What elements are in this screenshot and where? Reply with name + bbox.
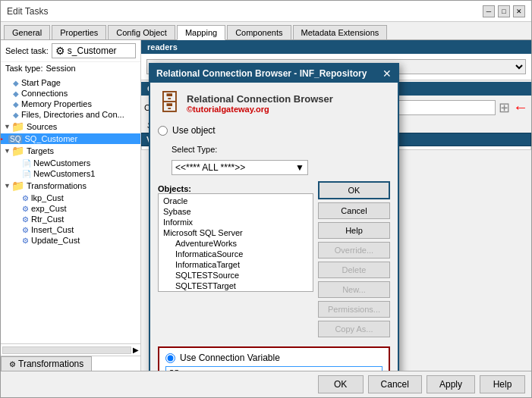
connections-icon: ◆ xyxy=(13,89,19,98)
start-page-icon: ◆ xyxy=(13,79,19,87)
use-object-row: Use object xyxy=(158,125,390,136)
tree-item-sources[interactable]: ▼ 📁 Sources xyxy=(1,120,140,133)
cancel-main-button[interactable]: Cancel xyxy=(368,375,422,393)
select-type-dropdown[interactable]: <<**** ALL ****>> ▼ xyxy=(172,160,308,175)
delete-button[interactable]: Delete xyxy=(318,262,390,278)
help-button[interactable]: Help xyxy=(318,222,390,239)
obj-informaticatarget[interactable]: InformaticaTarget xyxy=(162,259,310,270)
tree: ◆ Start Page ◆ Connections ◆ Memory Prop… xyxy=(1,76,140,343)
dialog-title-bar: Relational Connection Browser - INF_Repo… xyxy=(150,64,398,83)
permissions-button[interactable]: Permissions... xyxy=(318,301,390,318)
tree-item-exp-cust[interactable]: ⚙ exp_Cust xyxy=(1,203,140,214)
dialog-header-row: 🗄 Relational Connection Browser ©tutoria… xyxy=(158,90,390,116)
new-button[interactable]: New... xyxy=(318,281,390,298)
main-content: Select task: ⚙ s_Customer Task type: Ses… xyxy=(1,40,531,371)
files-icon: ◆ xyxy=(13,111,19,119)
transformations-tab[interactable]: ⚙ Transformations xyxy=(1,356,92,371)
tree-item-memory-properties[interactable]: ◆ Memory Properties xyxy=(1,99,140,109)
tree-item-lkp-cust[interactable]: ⚙ lkp_Cust xyxy=(1,193,140,203)
objects-label: Objects: xyxy=(158,184,313,193)
select-type-value: <<**** ALL ****>> xyxy=(175,162,245,173)
tab-general[interactable]: General xyxy=(4,25,50,39)
select-type-dropdown-row: <<**** ALL ****>> ▼ xyxy=(158,160,390,175)
close-button[interactable]: ✕ xyxy=(513,5,525,17)
obj-oracle[interactable]: Oracle xyxy=(162,196,310,206)
apply-main-button[interactable]: Apply xyxy=(427,375,475,393)
sources-expand-icon: ▼ xyxy=(4,123,11,130)
tree-label: Memory Properties xyxy=(21,99,92,108)
connection-variable-input[interactable] xyxy=(165,366,382,371)
sq-icon: SQ xyxy=(8,135,22,143)
minimize-button[interactable]: ─ xyxy=(483,5,495,17)
lkp-label: lkp_Cust xyxy=(31,193,64,202)
use-connection-variable-label: Use Connection Variable xyxy=(180,353,280,363)
connection-btn-area: ⊞ xyxy=(499,99,510,116)
tree-item-start-page[interactable]: ◆ Start Page xyxy=(1,77,140,88)
tree-item-rtr-cust[interactable]: ⚙ Rtr_Cust xyxy=(1,214,140,224)
tree-item-connections[interactable]: ◆ Connections xyxy=(1,88,140,99)
tab-metadata-extensions[interactable]: Metadata Extensions xyxy=(293,25,388,39)
memory-icon: ◆ xyxy=(13,100,19,108)
exp-label: exp_Cust xyxy=(31,204,66,213)
targets-expand-icon: ▼ xyxy=(4,147,11,155)
transformations-tab-icon: ⚙ xyxy=(9,360,16,368)
dialog-title: Relational Connection Browser - INF_Repo… xyxy=(156,68,367,79)
objects-list[interactable]: Oracle Sybase Informix Microsoft SQL Ser… xyxy=(158,193,313,292)
obj-adventureworks[interactable]: AdventureWorks xyxy=(162,238,310,249)
title-bar: Edit Tasks ─ □ ✕ xyxy=(1,1,531,22)
use-connection-variable-radio[interactable] xyxy=(165,353,175,363)
update-icon: ⚙ xyxy=(22,237,29,245)
dialog-close-button[interactable]: ✕ xyxy=(382,67,392,80)
dialog-body: 🗄 Relational Connection Browser ©tutoria… xyxy=(150,83,398,371)
tree-item-files[interactable]: ◆ Files, Directories and Con... xyxy=(1,109,140,120)
horizontal-scrollbar[interactable] xyxy=(2,346,131,354)
conn-var-radio-row: Use Connection Variable xyxy=(165,353,382,363)
task-type-row: Task type: Session xyxy=(1,62,140,76)
readers-header: readers xyxy=(141,40,531,54)
window-title: Edit Tasks xyxy=(7,6,48,17)
relational-connection-browser-dialog: Relational Connection Browser - INF_Repo… xyxy=(149,63,399,371)
tree-item-new-customers[interactable]: 📄 NewCustomers xyxy=(1,158,140,168)
obj-mssql[interactable]: Microsoft SQL Server xyxy=(162,227,310,238)
tree-item-sq-customer[interactable]: ➤ SQ SQ_Customer xyxy=(1,133,140,144)
tree-item-insert-cust[interactable]: ⚙ Insert_Cust xyxy=(1,224,140,235)
obj-sqltesttarget[interactable]: SQLTESTTarget xyxy=(162,280,310,291)
tree-item-update-cust[interactable]: ⚙ Update_Cust xyxy=(1,235,140,246)
tab-config-object[interactable]: Config Object xyxy=(108,25,175,39)
obj-informix[interactable]: Informix xyxy=(162,217,310,227)
tree-item-new-customers1[interactable]: 📄 NewCustomers1 xyxy=(1,168,140,179)
select-task-value: s_Customer xyxy=(68,45,117,56)
dialog-watermark: ©tutorialgateway.org xyxy=(187,105,333,114)
dialog-side-buttons: OK Cancel Help Override... Delete New...… xyxy=(318,181,390,337)
left-panel: Select task: ⚙ s_Customer Task type: Ses… xyxy=(1,40,141,371)
help-main-button[interactable]: Help xyxy=(480,375,525,393)
targets-folder-icon: 📁 xyxy=(11,145,24,157)
tab-components[interactable]: Components xyxy=(227,25,291,39)
copy-as-button[interactable]: Copy As... xyxy=(318,321,390,337)
ok-main-button[interactable]: OK xyxy=(318,375,364,393)
cancel-button[interactable]: Cancel xyxy=(318,202,390,219)
obj-sqltestsource[interactable]: SQLTESTSource xyxy=(162,270,310,280)
ok-button[interactable]: OK xyxy=(318,181,390,199)
use-object-radio[interactable] xyxy=(158,126,168,136)
task-type-label: Task type: xyxy=(5,64,43,73)
objects-list-inner: Oracle Sybase Informix Microsoft SQL Ser… xyxy=(159,194,313,292)
select-task-input[interactable]: ⚙ s_Customer xyxy=(52,43,136,58)
tree-item-transformations[interactable]: ▼ 📁 Transformations xyxy=(1,179,140,193)
tab-mapping[interactable]: Mapping xyxy=(177,25,225,40)
left-panel-scrollbar: ▶ xyxy=(1,343,140,356)
database-icon: 🗄 xyxy=(158,90,181,116)
insert-label: Insert_Cust xyxy=(31,225,74,234)
maximize-button[interactable]: □ xyxy=(498,5,510,17)
tree-item-targets[interactable]: ▼ 📁 Targets xyxy=(1,144,140,158)
obj-sybase[interactable]: Sybase xyxy=(162,206,310,217)
transformations-tab-label: Transformations xyxy=(18,359,83,369)
rtr-icon: ⚙ xyxy=(22,215,29,224)
tab-properties[interactable]: Properties xyxy=(52,25,106,39)
scroll-right-btn[interactable]: ▶ xyxy=(133,346,139,354)
select-task-row: Select task: ⚙ s_Customer xyxy=(1,40,140,62)
transformations-expand-icon: ▼ xyxy=(4,182,11,190)
dialog-header-title: Relational Connection Browser xyxy=(187,93,333,105)
override-button[interactable]: Override... xyxy=(318,242,390,259)
obj-informaticasource[interactable]: InformaticaSource xyxy=(162,249,310,259)
